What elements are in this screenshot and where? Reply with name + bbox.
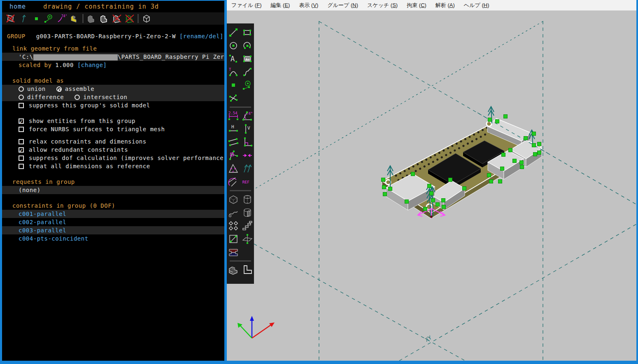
tab-home[interactable]: home bbox=[9, 3, 26, 10]
show-entities-checkbox[interactable] bbox=[19, 118, 24, 124]
requests-header: requests in group bbox=[2, 178, 224, 186]
split-tool[interactable] bbox=[228, 93, 239, 104]
workplane-tool[interactable] bbox=[242, 234, 253, 244]
assemble-tool[interactable] bbox=[242, 264, 253, 275]
circle-tool[interactable] bbox=[228, 40, 239, 51]
parallel-constraint-tool[interactable] bbox=[228, 137, 239, 148]
constraint-item[interactable]: c001-parallel bbox=[2, 210, 224, 218]
path-redaction bbox=[33, 54, 118, 60]
import-group-tool[interactable] bbox=[228, 247, 239, 257]
scale-value: 1.000 bbox=[55, 62, 74, 68]
svg-text:74°: 74° bbox=[61, 14, 67, 18]
perpendicular-constraint-tool[interactable] bbox=[242, 137, 253, 148]
constraint-item[interactable]: c004-pts-coincident bbox=[2, 234, 224, 243]
scale-row: scaled by 1.000 [change] bbox=[2, 61, 224, 69]
point-tool[interactable] bbox=[228, 80, 239, 90]
suppress-solid-checkbox[interactable] bbox=[19, 103, 24, 108]
linked-file-path-row[interactable]: 'C:\\PARTS_BOARD_Raspberry Pi Zero bbox=[2, 53, 224, 61]
extrude-tool[interactable] bbox=[228, 194, 239, 205]
menu-view[interactable]: 表示 (V) bbox=[294, 0, 323, 10]
sketch-toolbar: A T 2.54 74° H V REF bbox=[227, 23, 254, 284]
text-window-tabbar: home drawing / constraining in 3d bbox=[2, 1, 224, 12]
menu-constrain[interactable]: 拘束 (C) bbox=[402, 0, 431, 10]
constraint-item[interactable]: c002-parallel bbox=[2, 218, 224, 226]
allow-redundant-checkbox[interactable] bbox=[19, 147, 24, 153]
toggle-outlines-icon[interactable] bbox=[112, 14, 122, 23]
boolean-radio-row-2: differenceintersection bbox=[2, 93, 224, 101]
requests-empty: (none) bbox=[2, 186, 224, 194]
treat-reference-label: treat all dimensions as reference bbox=[29, 163, 150, 169]
menu-group[interactable]: グループ (N) bbox=[323, 0, 363, 10]
path-suffix: \PARTS_BOARD_Raspberry Pi Zero bbox=[118, 53, 224, 60]
radio-intersection[interactable] bbox=[75, 95, 80, 100]
relax-constraints-checkbox[interactable] bbox=[19, 139, 24, 144]
toggle-points-icon[interactable] bbox=[31, 14, 41, 23]
point-on-line-tool[interactable] bbox=[228, 150, 239, 161]
force-nurbs-checkbox[interactable] bbox=[19, 127, 24, 132]
distance-dimension-tool[interactable]: 2.54 bbox=[228, 111, 239, 121]
line-tool[interactable] bbox=[228, 27, 239, 38]
text-tool[interactable]: A bbox=[228, 53, 239, 64]
treat-reference-checkbox[interactable] bbox=[19, 164, 24, 169]
suppress-dof-label: suppress dof calculation (improves solve… bbox=[29, 155, 224, 161]
rectangle-tool[interactable] bbox=[242, 27, 253, 38]
rotate-copy-tool[interactable] bbox=[228, 220, 239, 231]
angle-dimension-tool[interactable]: 74° bbox=[242, 111, 253, 121]
rename-del-link[interactable]: [rename/del] bbox=[179, 33, 224, 39]
group-label: GROUP bbox=[7, 33, 26, 39]
tangent-constraint-tool[interactable] bbox=[228, 176, 239, 187]
radio-assemble-label: assemble bbox=[65, 86, 94, 92]
image-tool[interactable] bbox=[242, 53, 253, 64]
force-nurbs-label: force NURBS surfaces to triangle mesh bbox=[29, 126, 165, 132]
helix-tool[interactable] bbox=[228, 207, 239, 218]
toggle-shaded-icon[interactable] bbox=[70, 14, 79, 23]
suppress-dof-row: suppress dof calculation (improves solve… bbox=[2, 154, 224, 162]
constraint-item[interactable]: c003-parallel bbox=[2, 226, 224, 234]
solvespace-app: { "text_panel": { "tabs": { "home": "hom… bbox=[0, 0, 638, 364]
equal-constraint-tool[interactable] bbox=[228, 163, 239, 174]
construction-tool[interactable] bbox=[242, 80, 253, 90]
arc-tool[interactable] bbox=[242, 40, 253, 51]
toggle-solid-icon[interactable] bbox=[86, 14, 96, 23]
svg-text:REF: REF bbox=[242, 180, 249, 184]
toggle-workplanes-icon[interactable] bbox=[6, 14, 16, 23]
translate-copy-tool[interactable] bbox=[242, 220, 253, 231]
menu-help[interactable]: ヘルプ (H) bbox=[459, 0, 494, 10]
treat-reference-row: treat all dimensions as reference bbox=[2, 162, 224, 170]
new-sketch-tool[interactable] bbox=[228, 234, 239, 244]
radio-difference[interactable] bbox=[19, 95, 24, 100]
vertical-constraint-tool[interactable]: V bbox=[242, 124, 253, 134]
svg-text:V: V bbox=[247, 125, 250, 131]
toggle-mesh-icon[interactable] bbox=[125, 14, 135, 23]
toolbar-separator bbox=[137, 14, 139, 23]
horizontal-constraint-tool[interactable]: H bbox=[228, 124, 239, 134]
toggle-dimensions-icon[interactable]: 74° bbox=[57, 14, 67, 23]
spline-tool[interactable] bbox=[242, 67, 253, 77]
revolve-tool[interactable] bbox=[242, 207, 253, 218]
toggle-normals-icon[interactable] bbox=[19, 14, 28, 23]
menu-analyze[interactable]: 解析 (A) bbox=[431, 0, 459, 10]
link-part-tool[interactable] bbox=[228, 264, 239, 275]
constraints-header: constraints in group (0 DOF) bbox=[2, 202, 224, 210]
mounting-hole bbox=[487, 121, 491, 126]
radio-union[interactable] bbox=[19, 86, 24, 92]
change-scale-link[interactable]: [change] bbox=[77, 62, 107, 68]
reference-constraint-tool[interactable]: REF bbox=[242, 176, 253, 187]
solid-model-header: solid model as bbox=[2, 77, 224, 85]
menu-sketch[interactable]: スケッチ (S) bbox=[363, 0, 402, 10]
menu-edit[interactable]: 編集 (E) bbox=[266, 0, 294, 10]
toggle-edges-icon[interactable] bbox=[99, 14, 109, 23]
symmetric-constraint-tool[interactable] bbox=[242, 150, 253, 161]
lathe-tool[interactable] bbox=[242, 194, 253, 205]
bezier-tool[interactable]: T bbox=[228, 67, 239, 77]
suppress-dof-checkbox[interactable] bbox=[19, 155, 24, 161]
toggle-construction-icon[interactable] bbox=[44, 14, 54, 23]
parallel-normals-tool[interactable] bbox=[242, 163, 253, 174]
relax-constraints-row: relax constraints and dimensions bbox=[2, 137, 224, 146]
radio-union-label: union bbox=[27, 86, 46, 92]
menu-file[interactable]: ファイル (F) bbox=[227, 0, 266, 10]
boolean-radio-row-1: unionassemble bbox=[2, 85, 224, 93]
3d-viewport[interactable]: XY bbox=[227, 11, 636, 361]
toggle-occluded-icon[interactable] bbox=[142, 14, 151, 23]
radio-assemble[interactable] bbox=[56, 86, 62, 92]
